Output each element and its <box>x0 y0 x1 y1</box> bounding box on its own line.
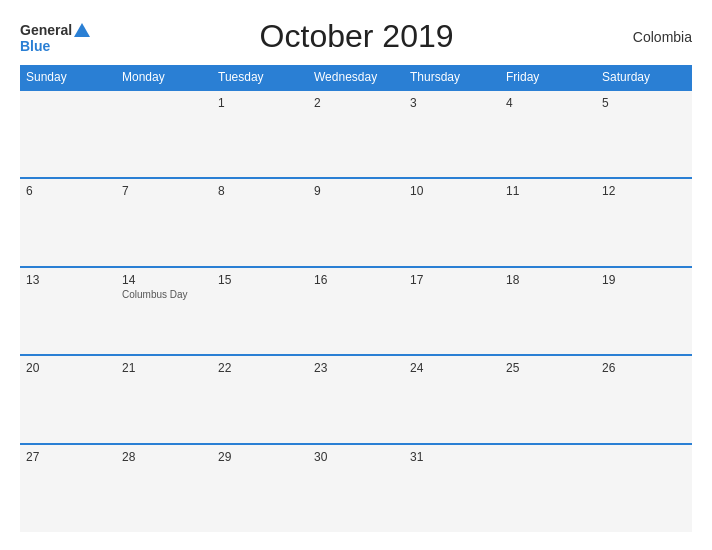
calendar-cell: 4 <box>500 90 596 178</box>
calendar-cell: 8 <box>212 178 308 266</box>
day-number: 14 <box>122 273 206 287</box>
day-number: 13 <box>26 273 110 287</box>
day-number: 26 <box>602 361 686 375</box>
calendar-title: October 2019 <box>91 18 622 55</box>
logo-general-text: General <box>20 23 72 37</box>
day-number: 18 <box>506 273 590 287</box>
calendar-cell: 19 <box>596 267 692 355</box>
calendar-cell: 1 <box>212 90 308 178</box>
header-saturday: Saturday <box>596 65 692 90</box>
header-thursday: Thursday <box>404 65 500 90</box>
header-tuesday: Tuesday <box>212 65 308 90</box>
calendar-cell: 7 <box>116 178 212 266</box>
calendar-cell: 16 <box>308 267 404 355</box>
day-number: 19 <box>602 273 686 287</box>
header-monday: Monday <box>116 65 212 90</box>
calendar-cell: 23 <box>308 355 404 443</box>
calendar-cell: 30 <box>308 444 404 532</box>
calendar-cell <box>500 444 596 532</box>
calendar-cell: 12 <box>596 178 692 266</box>
day-number: 21 <box>122 361 206 375</box>
day-number: 9 <box>314 184 398 198</box>
logo: General Blue <box>20 21 91 53</box>
calendar-cell: 27 <box>20 444 116 532</box>
day-number: 31 <box>410 450 494 464</box>
calendar-week-row: 12345 <box>20 90 692 178</box>
calendar-cell: 28 <box>116 444 212 532</box>
weekday-header-row: Sunday Monday Tuesday Wednesday Thursday… <box>20 65 692 90</box>
calendar-cell: 22 <box>212 355 308 443</box>
day-number: 2 <box>314 96 398 110</box>
header-wednesday: Wednesday <box>308 65 404 90</box>
day-number: 30 <box>314 450 398 464</box>
day-number: 6 <box>26 184 110 198</box>
calendar-cell: 18 <box>500 267 596 355</box>
calendar-cell: 21 <box>116 355 212 443</box>
calendar-cell: 6 <box>20 178 116 266</box>
header: General Blue October 2019 Colombia <box>20 18 692 55</box>
calendar-cell: 13 <box>20 267 116 355</box>
calendar-cell: 25 <box>500 355 596 443</box>
country-label: Colombia <box>622 29 692 45</box>
svg-marker-0 <box>74 23 90 37</box>
day-number: 4 <box>506 96 590 110</box>
calendar-page: General Blue October 2019 Colombia Sunda… <box>0 0 712 550</box>
calendar-week-row: 1314Columbus Day1516171819 <box>20 267 692 355</box>
calendar-cell <box>20 90 116 178</box>
calendar-week-row: 6789101112 <box>20 178 692 266</box>
event-label: Columbus Day <box>122 289 206 300</box>
day-number: 20 <box>26 361 110 375</box>
calendar-cell: 14Columbus Day <box>116 267 212 355</box>
calendar-cell: 9 <box>308 178 404 266</box>
day-number: 22 <box>218 361 302 375</box>
calendar-cell: 20 <box>20 355 116 443</box>
calendar-cell: 10 <box>404 178 500 266</box>
day-number: 15 <box>218 273 302 287</box>
calendar-cell <box>596 444 692 532</box>
calendar-cell: 15 <box>212 267 308 355</box>
day-number: 3 <box>410 96 494 110</box>
calendar-table: Sunday Monday Tuesday Wednesday Thursday… <box>20 65 692 532</box>
calendar-week-row: 2728293031 <box>20 444 692 532</box>
day-number: 17 <box>410 273 494 287</box>
calendar-cell: 31 <box>404 444 500 532</box>
logo-icon <box>73 21 91 39</box>
header-sunday: Sunday <box>20 65 116 90</box>
logo-blue-text: Blue <box>20 39 50 53</box>
day-number: 7 <box>122 184 206 198</box>
calendar-cell: 17 <box>404 267 500 355</box>
day-number: 11 <box>506 184 590 198</box>
calendar-cell <box>116 90 212 178</box>
calendar-cell: 29 <box>212 444 308 532</box>
day-number: 8 <box>218 184 302 198</box>
day-number: 23 <box>314 361 398 375</box>
header-friday: Friday <box>500 65 596 90</box>
day-number: 28 <box>122 450 206 464</box>
calendar-week-row: 20212223242526 <box>20 355 692 443</box>
calendar-cell: 2 <box>308 90 404 178</box>
day-number: 10 <box>410 184 494 198</box>
calendar-cell: 5 <box>596 90 692 178</box>
day-number: 1 <box>218 96 302 110</box>
calendar-cell: 11 <box>500 178 596 266</box>
day-number: 5 <box>602 96 686 110</box>
day-number: 12 <box>602 184 686 198</box>
calendar-cell: 26 <box>596 355 692 443</box>
day-number: 16 <box>314 273 398 287</box>
calendar-cell: 3 <box>404 90 500 178</box>
day-number: 25 <box>506 361 590 375</box>
day-number: 24 <box>410 361 494 375</box>
day-number: 27 <box>26 450 110 464</box>
day-number: 29 <box>218 450 302 464</box>
calendar-cell: 24 <box>404 355 500 443</box>
